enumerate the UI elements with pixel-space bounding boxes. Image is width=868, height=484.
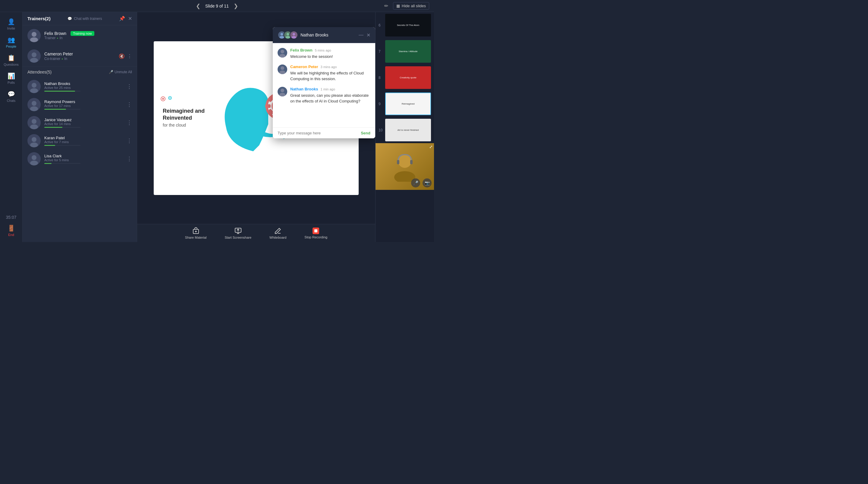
sidebar-item-polls[interactable]: 📊 Polls	[0, 69, 22, 87]
svg-point-6	[32, 101, 36, 106]
slide-thumbnail[interactable]: 7 Stamina / Attitude	[375, 38, 434, 64]
svg-point-1	[30, 37, 38, 42]
svg-point-45	[285, 36, 290, 38]
pin-button[interactable]: 📌	[119, 16, 125, 21]
attendee-more-options[interactable]: ⋮	[127, 101, 132, 108]
sidebar-item-questions[interactable]: 📋 Questions	[0, 51, 22, 69]
slide-thumbnail[interactable]: 10 Art is never finished	[375, 117, 434, 143]
stop-recording-icon	[313, 228, 319, 234]
attendee-avatar	[27, 80, 41, 93]
training-badge: Training now	[70, 31, 94, 36]
sidebar-item-people[interactable]: 👥 People	[0, 33, 22, 51]
more-options-cameron[interactable]: ⋮	[127, 53, 132, 59]
share-material-button[interactable]: Share Material	[185, 227, 207, 239]
center-content: Reimagined and Reinventedfor the cloud	[137, 12, 375, 242]
svg-point-51	[279, 70, 285, 74]
chat-close-button[interactable]: ✕	[367, 32, 370, 38]
attendee-more-options[interactable]: ⋮	[127, 138, 132, 144]
edit-icon[interactable]: ✏	[384, 3, 388, 9]
camera-control-button[interactable]: 📷	[423, 178, 432, 187]
slide-thumbnail[interactable]: 9 Reimagined	[375, 91, 434, 117]
attendee-status: Active for 5 mins	[44, 158, 123, 162]
trainer-card-felix[interactable]: Felix Brown Training now Trainer ● In	[23, 25, 137, 46]
felix-role: Trainer	[44, 36, 56, 40]
slide-thumb-num: 7	[378, 50, 383, 54]
sidebar-item-invite[interactable]: 👤 Invite	[0, 15, 22, 33]
start-screenshare-button[interactable]: Start Screenshare	[224, 227, 251, 239]
chat-input[interactable]	[278, 131, 361, 135]
chat-message: Nathan Brooks 1 min ago Great session, c…	[278, 87, 370, 104]
svg-point-48	[281, 50, 284, 53]
questions-icon: 📋	[7, 54, 15, 61]
sidebar-label-invite: Invite	[7, 27, 15, 30]
sidebar-item-chats[interactable]: 💬 Chats	[0, 87, 22, 105]
activity-bar	[44, 163, 81, 164]
hide-slides-button[interactable]: ▦ Hide all slides	[393, 2, 429, 10]
chat-msg-time: 1 min ago	[320, 87, 335, 91]
video-expand-icon[interactable]: ⤢	[429, 144, 433, 149]
svg-point-7	[30, 107, 38, 111]
left-sidebar: 👤 Invite 👥 People 📋 Questions 📊 Polls 💬 …	[0, 12, 23, 242]
felix-status-dot: ●	[57, 37, 59, 39]
whiteboard-button[interactable]: Whiteboard	[270, 227, 286, 239]
attendee-item[interactable]: Nathan Brooks Active for 25 mins ⋮	[23, 78, 137, 95]
chat-modal-title: Nathan Brooks	[301, 33, 329, 37]
chat-input-area: Send	[273, 127, 375, 138]
svg-point-12	[32, 155, 36, 160]
svg-point-53	[279, 93, 285, 96]
hide-slides-label: Hide all slides	[402, 4, 426, 8]
unmute-all-button[interactable]: 🎤 Unmute All	[109, 70, 132, 74]
chat-with-trainers-label: Chat with trainers	[74, 17, 102, 21]
top-bar: ❮ Slide 9 of 11 ❯ ✏ ▦ Hide all slides	[0, 0, 434, 12]
next-slide-button[interactable]: ❯	[231, 1, 241, 10]
panel-header: Trainers(2) 💬 Chat with trainers 📌 ✕	[23, 12, 137, 25]
attendee-more-options[interactable]: ⋮	[127, 155, 132, 162]
slide-thumbnail[interactable]: 8 Creativity quote	[375, 64, 434, 91]
svg-point-49	[279, 54, 285, 58]
svg-point-9	[30, 124, 38, 129]
chat-with-trainers-button[interactable]: 💬 Chat with trainers	[67, 17, 102, 21]
chat-modal: Nathan Brooks — ✕ Felix Brown 5 mins ago…	[273, 27, 375, 138]
mic-icon: 🎤	[109, 70, 113, 74]
svg-point-3	[30, 58, 38, 63]
prev-slide-button[interactable]: ❮	[193, 1, 203, 10]
attendee-item[interactable]: Karan Patel Active for 7 mins ⋮	[23, 132, 137, 150]
attendee-info: Raymond Powers Active for 17 mins	[44, 99, 123, 110]
chat-msg-body: Felix Brown 5 mins ago Welcome to the se…	[290, 48, 370, 60]
svg-point-8	[32, 119, 36, 124]
close-panel-button[interactable]: ✕	[128, 16, 132, 21]
chat-msg-body: Cameron Peter 3 mins ago We will be high…	[290, 64, 370, 82]
stop-recording-button[interactable]: Stop Recording	[304, 228, 327, 239]
svg-rect-41	[314, 229, 317, 232]
sidebar-label-chats: Chats	[7, 99, 16, 102]
attendee-more-options[interactable]: ⋮	[127, 119, 132, 126]
chat-msg-time: 3 mins ago	[320, 65, 337, 69]
attendees-section-header: Attendees(5) 🎤 Unmute All	[23, 66, 137, 78]
attendees-list: Nathan Brooks Active for 25 mins ⋮ Raymo…	[23, 78, 137, 168]
screenshare-icon	[235, 227, 242, 235]
svg-point-5	[30, 88, 38, 93]
end-button[interactable]: 🚪 End	[7, 222, 15, 239]
slide-thumb-num: 6	[378, 23, 383, 27]
mute-icon-cameron[interactable]: 🔇	[119, 53, 125, 59]
slide-thumb-img: Stamina / Attitude	[385, 40, 431, 63]
trainer-card-cameron[interactable]: Cameron Peter Co-trainer ● In 🔇 ⋮	[23, 46, 137, 66]
attendee-item[interactable]: Raymond Powers Active for 17 mins ⋮	[23, 95, 137, 114]
hide-slides-icon: ▦	[396, 4, 400, 8]
attendee-name: Nathan Brooks	[44, 81, 123, 86]
attendee-more-options[interactable]: ⋮	[127, 83, 132, 90]
avatar-felix	[27, 29, 41, 42]
mic-control-button[interactable]: 🎤	[411, 178, 420, 187]
attendee-avatar	[27, 116, 41, 129]
session-timer: 35:07	[6, 212, 16, 222]
slide-thumb-num: 10	[378, 128, 383, 132]
svg-point-11	[30, 143, 38, 147]
send-button[interactable]: Send	[361, 131, 370, 135]
attendee-item[interactable]: Janice Vasquez Active for 14 mins ⋮	[23, 114, 137, 132]
slide-thumbnail[interactable]: 6 Secrets Of The Atom	[375, 12, 434, 38]
attendee-status: Active for 7 mins	[44, 140, 123, 144]
chat-minimize-button[interactable]: —	[359, 32, 364, 38]
attendee-item[interactable]: Lisa Clark Active for 5 mins ⋮	[23, 150, 137, 168]
sidebar-label-questions: Questions	[4, 63, 19, 66]
attendee-name: Karan Patel	[44, 135, 123, 140]
